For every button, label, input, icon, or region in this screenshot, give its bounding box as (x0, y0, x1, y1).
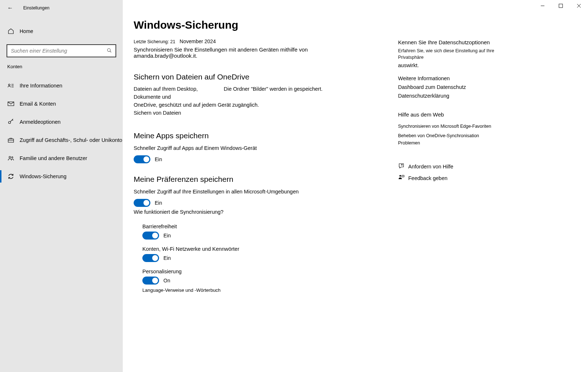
apps-toggle-state: Ein (155, 156, 162, 162)
pref-toggle-row: Ein (142, 232, 370, 240)
accessibility-toggle[interactable] (142, 232, 159, 240)
last-backup-date: November 2024 (180, 38, 216, 44)
prefs-toggle[interactable] (134, 199, 150, 207)
toggle-knob (143, 200, 149, 206)
svg-point-16 (400, 175, 401, 177)
sidebar-item-label: Familie und andere Benutzer (20, 155, 87, 161)
onedrive-desc-row: Dateien auf Ihrem Desktop, Dokumente und… (134, 85, 370, 101)
maximize-button[interactable] (552, 0, 570, 12)
apps-toggle[interactable] (134, 155, 150, 163)
privacy-line2: auswirkt. (398, 61, 500, 69)
pref-toggle-state: Ein (163, 255, 171, 261)
sidebar-item-label: Zugriff auf Geschäfts-, Schul- oder Unik… (20, 137, 122, 143)
pref-item-personalization: Personalisierung On (142, 269, 370, 285)
svg-rect-17 (402, 175, 404, 177)
svg-line-1 (110, 51, 111, 52)
nav-list: Ihre Informationen Email & Konten Anmeld… (0, 73, 123, 185)
apps-heading: Meine Apps speichern (134, 131, 370, 140)
sidebar-item-label: Email & Konten (20, 101, 56, 107)
titlebar: ← Einstellungen (0, 0, 123, 16)
pref-label: Personalisierung (142, 269, 370, 274)
sync-icon (7, 173, 15, 180)
apps-desc: Schneller Zugriff auf Apps auf Einem Win… (134, 145, 370, 151)
edge-sync-link[interactable]: Synchronisieren von Microsoft Edge-Favor… (398, 123, 500, 130)
person-card-icon (7, 83, 15, 88)
sidebar: ← Einstellungen Home Konten (0, 0, 123, 372)
pref-toggle-row: Ein (142, 254, 370, 262)
svg-point-7 (8, 122, 11, 124)
info-column: Kennen Sie Ihre Datenschutzoptionen Erfa… (398, 0, 507, 372)
svg-point-15 (401, 164, 402, 165)
key-icon (7, 119, 15, 125)
more-info-link[interactable]: Weitere Informationen (398, 74, 500, 82)
sidebar-item-email[interactable]: Email & Konten (0, 95, 123, 113)
sidebar-item-signin[interactable]: Anmeldeoptionen (0, 113, 123, 131)
prefs-toggle-state: Ein (155, 200, 162, 206)
sidebar-item-info[interactable]: Ihre Informationen (0, 77, 123, 95)
nav-home-label: Home (20, 28, 33, 34)
close-button[interactable] (570, 0, 588, 12)
get-help-row[interactable]: Anfordern von Hilfe (398, 163, 500, 171)
briefcase-icon (7, 137, 15, 143)
minimize-button[interactable] (534, 0, 552, 12)
prefs-heading: Meine Präferenzen speichern (134, 175, 370, 184)
help-icon (398, 163, 408, 171)
apps-toggle-row: Ein (134, 155, 370, 163)
toggle-knob (143, 156, 149, 162)
page-title: Windows-Sicherung (134, 19, 370, 31)
toggle-knob (152, 278, 158, 283)
sidebar-item-work[interactable]: Zugriff auf Geschäfts-, Schul- oder Unik… (0, 131, 123, 149)
search-icon (107, 48, 112, 54)
search-input[interactable] (11, 48, 107, 54)
prefs-desc: Schneller Zugriff auf Ihre Einstellungen… (134, 189, 370, 195)
svg-point-9 (9, 156, 11, 158)
backup-files-link[interactable]: Sichern von Dateien (134, 109, 370, 117)
onedrive-desc-right: Die Ordner "Bilder" werden in gespeicher… (224, 85, 323, 101)
content: Windows-Sicherung Letzte Sicherung: 21 N… (123, 0, 384, 372)
get-help-label: Anfordern von Hilfe (408, 164, 453, 169)
pref-label: Konten, Wi-Fi Netzwerke und Kennwörter (142, 246, 370, 252)
sidebar-item-label: Anmeldeoptionen (20, 119, 61, 125)
nav: Home Konten Ihre Informationen (0, 16, 123, 185)
pref-item-accounts: Konten, Wi-Fi Netzwerke und Kennwörter E… (142, 246, 370, 262)
pref-toggle-state: On (163, 278, 170, 283)
web-help-heading: Hilfe aus dem Web (398, 111, 500, 118)
sync-how-link[interactable]: Wie funktioniert die Synchronisierung? (134, 209, 370, 215)
search-box[interactable] (7, 44, 116, 57)
svg-rect-12 (559, 4, 563, 8)
sync-description: Synchronisieren Sie Ihre Einstellungen m… (134, 46, 370, 59)
sidebar-item-backup[interactable]: Windows-Sicherung (0, 167, 123, 185)
last-backup-prefix: Letzte Sicherung: 21 (134, 39, 175, 44)
personalization-toggle[interactable] (142, 277, 159, 285)
main: Windows-Sicherung Letzte Sicherung: 21 N… (123, 0, 588, 372)
privacy-block: Kennen Sie Ihre Datenschutzoptionen Erfa… (398, 39, 500, 100)
dashboard-link[interactable]: Dashboard zum Datenschutz (398, 83, 500, 91)
feedback-row[interactable]: Feedback geben (398, 174, 500, 182)
pref-item-language: Language-Verweise und -Wörterbuch (142, 287, 370, 293)
privacy-line1: Erfahren Sie, wie sich diese Einstellung… (398, 48, 500, 61)
arrow-left-icon: ← (7, 5, 13, 11)
pref-toggle-state: Ein (163, 233, 171, 238)
svg-point-10 (12, 157, 13, 158)
back-button[interactable]: ← (5, 5, 15, 11)
onedrive-problems-link[interactable]: Beheben von OneDrive-Synchronisation Pro… (398, 132, 500, 147)
privacy-decl-link[interactable]: Datenschutzerklärung (398, 92, 500, 100)
feedback-icon (398, 174, 408, 182)
nav-home[interactable]: Home (0, 23, 123, 40)
onedrive-desc-left: Dateien auf Ihrem Desktop, Dokumente und (134, 85, 224, 101)
onedrive-heading: Sichern von Dateien auf OneDrive (134, 73, 370, 81)
pref-label: Barrierefreiheit (142, 224, 370, 229)
onedrive-desc-2: OneDrive, geschützt und auf jedem Gerät … (134, 101, 370, 109)
accounts-toggle[interactable] (142, 254, 159, 262)
home-icon (7, 28, 15, 34)
toggle-knob (152, 233, 158, 238)
web-help-block: Hilfe aus dem Web Synchronisieren von Mi… (398, 111, 500, 147)
settings-app: ← Einstellungen Home Konten (0, 0, 588, 372)
sidebar-item-family[interactable]: Familie und andere Benutzer (0, 149, 123, 167)
sidebar-item-label: Windows-Sicherung (20, 173, 66, 179)
pref-item-accessibility: Barrierefreiheit Ein (142, 224, 370, 240)
svg-rect-8 (8, 139, 14, 142)
pref-toggle-row: On (142, 277, 370, 285)
last-backup: Letzte Sicherung: 21 November 2024 (134, 38, 370, 44)
actions-block: Anfordern von Hilfe Feedback geben (398, 163, 500, 182)
